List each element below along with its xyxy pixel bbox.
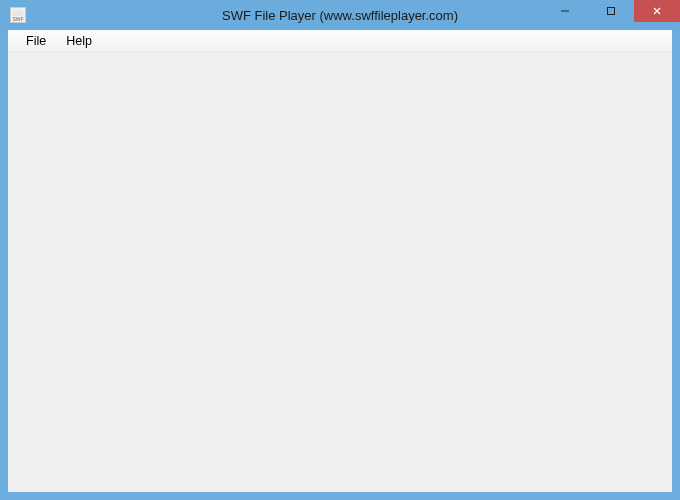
content-area [8, 52, 672, 492]
app-icon: SWF [10, 7, 26, 23]
menubar: File Help [8, 30, 672, 52]
app-icon-label: SWF [12, 16, 23, 22]
titlebar[interactable]: SWF SWF File Player (www.swffileplayer.c… [0, 0, 680, 30]
window-controls [542, 0, 680, 22]
maximize-icon [606, 6, 616, 16]
client-area: File Help [8, 30, 672, 492]
menu-file[interactable]: File [16, 32, 56, 50]
close-icon [652, 6, 662, 16]
svg-rect-1 [608, 8, 615, 15]
minimize-button[interactable] [542, 0, 588, 22]
minimize-icon [560, 6, 570, 16]
application-window: SWF SWF File Player (www.swffileplayer.c… [0, 0, 680, 500]
maximize-button[interactable] [588, 0, 634, 22]
menu-help[interactable]: Help [56, 32, 102, 50]
close-button[interactable] [634, 0, 680, 22]
